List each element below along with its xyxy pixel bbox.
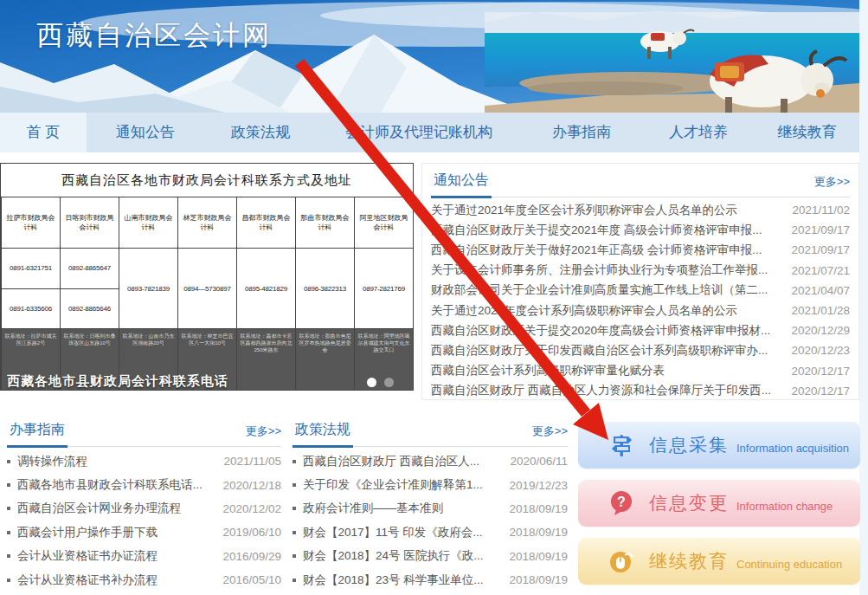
carousel-contact-table[interactable]: 西藏自治区各地市财政局会计科联系方式及地址 拉萨市财政局会计科 0891-632… [0, 159, 415, 398]
svg-text:?: ? [617, 495, 626, 509]
notice-list-item[interactable]: 关于通过2021年度全区会计系列职称评审会人员名单的公示 2021/11/02 [431, 200, 850, 220]
phone-number: 0892-8865646 [61, 288, 119, 329]
notice-date: 2021/09/17 [791, 223, 850, 236]
guide-list-item[interactable]: 西藏会计用户操作手册下载 2019/06/10 [7, 521, 281, 544]
nav-item-notices[interactable]: 通知公告 [87, 113, 204, 152]
policies-title[interactable]: 政策法规 [293, 421, 353, 448]
policy-list-item[interactable]: 财会【2018】23号 科学事业单位... 2018/09/19 [293, 568, 568, 592]
notices-more-link[interactable]: 更多>> [814, 174, 850, 197]
policy-item-date: 2019/12/23 [509, 479, 568, 492]
policies-panel: 政策法规 更多>> 西藏自治区财政厅 西藏自治区人... 2020/06/11 … [293, 413, 568, 595]
table-column-header: 拉萨市财政局会计科 [2, 197, 60, 249]
notices-panel: 通知公告 更多>> 关于通过2021年度全区会计系列职称评审会人员名单的公示 2… [421, 163, 859, 400]
notice-date: 2021/11/02 [792, 204, 850, 217]
guide-item-date: 2020/12/18 [222, 479, 281, 492]
table-column: 昌都市财政局会计科 0895-4821829 联系地址：昌都市卡若区昌都西路派出… [236, 197, 295, 390]
notice-list-item[interactable]: 关于通过2020年度会计系列高级职称评审会人员名单的公示 2021/01/28 [431, 301, 850, 320]
phone-number: 0893-7821839 [119, 249, 177, 328]
notices-title[interactable]: 通知公告 [431, 171, 492, 198]
signpost-icon [608, 431, 635, 459]
table-column-header: 林芝市财政局会计科 [178, 197, 236, 249]
notice-date: 2021/07/21 [791, 264, 850, 277]
policy-item-title: 财会【2018】23号 科学事业单位... [303, 572, 502, 588]
bullet-icon [7, 507, 10, 510]
info-change-button[interactable]: ? 信息变更 Information change [578, 480, 860, 527]
phone-number: 0891-6321751 [2, 249, 60, 288]
policy-item-date: 2018/09/19 [509, 502, 568, 515]
guide-item-title: 会计从业资格证书补办流程 [17, 572, 215, 588]
table-column-header: 那曲市财政局会计科 [296, 197, 354, 249]
policy-list-item[interactable]: 财会【2017】11号 印发《政府会... 2018/09/19 [293, 521, 568, 544]
policy-list-item[interactable]: 政府会计准则——基本准则 2018/09/19 [293, 497, 568, 521]
table-phone-cells: 0894—5730897 [178, 249, 236, 329]
table-phone-cells: 0891-6321751 0891-6335606 [2, 249, 60, 329]
policy-list-item[interactable]: 财会【2018】20号 中小学校执行... 2018/09/19 [293, 592, 568, 595]
quick-link-sublabel: Information change [736, 495, 833, 513]
policies-header: 政策法规 更多>> [293, 413, 568, 447]
policy-item-title: 政府会计准则——基本准则 [303, 501, 502, 516]
guide-item-date: 2019/06/10 [222, 526, 281, 539]
policy-item-title: 关于印发《企业会计准则解释第1... [303, 477, 502, 493]
notice-title: 西藏自治区会计系列高级职称评审量化赋分表 [431, 363, 784, 378]
notice-list-item[interactable]: 西藏自治区会计系列高级职称评审量化赋分表 2020/12/17 [431, 361, 850, 381]
carousel-dot[interactable] [384, 378, 394, 387]
notice-title: 西藏自治区财政厅关于提交2021年度 高级会计师资格评审申报... [431, 223, 784, 238]
notice-list-item[interactable]: 西藏自治区财政厅关于印发西藏自治区会计系列高级职称评审办... 2020/12/… [431, 340, 850, 360]
nav-item-accountants[interactable]: 会计师及代理记账机构 [317, 113, 521, 152]
guide-list-item[interactable]: 西藏自治区会计网业务办理流程 2020/12/02 [7, 497, 281, 521]
info-acquisition-button[interactable]: 信息采集 Information acquisition [578, 422, 860, 469]
policy-list-item[interactable]: 财会【2018】24号 医院执行《政... 2018/09/19 [293, 545, 568, 568]
nav-item-education[interactable]: 继续教育 [755, 113, 859, 152]
continuing-education-button[interactable]: 继续教育 Continuing education [578, 538, 860, 585]
policy-list-item[interactable]: 西藏自治区财政厅 西藏自治区人... 2020/06/11 [293, 449, 568, 473]
notice-list-item[interactable]: 西藏自治区财政厅关于做好2021年正高级 会计师资格评审申报... 2021/0… [431, 240, 850, 260]
quick-links: 信息采集 Information acquisition ? 信息变更 Info… [578, 422, 860, 595]
notice-list-item[interactable]: 关于设立会计师事务所、注册会计师执业行为专项整治工作举报... 2021/07/… [431, 261, 850, 281]
quick-link-label: 继续教育 [649, 549, 729, 573]
bullet-icon [293, 460, 296, 463]
nav-item-policies[interactable]: 政策法规 [204, 113, 317, 152]
guide-list-item[interactable]: 会计从业资格证书补办流程 2016/05/10 [7, 568, 281, 592]
bullet-icon [7, 483, 10, 487]
contact-table-title: 西藏自治区各地市财政局会计科联系方式及地址 [1, 164, 413, 197]
guide-title[interactable]: 办事指南 [7, 421, 68, 448]
notice-list-item[interactable]: 西藏自治区财政厅关于提交2021年度 高级会计师资格评审申报... 2021/0… [431, 220, 850, 240]
contact-table-columns: 拉萨市财政局会计科 0891-6321751 0891-6335606 联系地址… [1, 197, 413, 390]
policies-more-link[interactable]: 更多>> [532, 424, 568, 446]
table-column: 日喀则市财政局会计科 0892-8865647 0892-8865646 联系地… [60, 197, 119, 390]
nav-item-home[interactable]: 首 页 [0, 113, 87, 152]
guide-item-title: 西藏各地市县财政会计科联系电话... [17, 477, 215, 493]
table-column: 阿里地区财政局会计科 0897-2821769 联系地址：阿里地区噶尔县城建大街… [354, 197, 413, 390]
nav-item-guide[interactable]: 办事指南 [521, 113, 642, 152]
question-icon: ? [608, 489, 635, 517]
policy-list-item[interactable]: 关于印发《企业会计准则解释第1... 2019/12/23 [293, 473, 568, 496]
guide-list-item[interactable]: 会计从业资格证书办证流程 2016/09/29 [7, 545, 281, 568]
quick-link-label: 信息变更 [649, 491, 729, 515]
guide-item-date: 2016/09/29 [222, 550, 281, 563]
guide-list-item[interactable]: 北京国家会计学院远程教育网继续... 2016/05/09 [7, 592, 281, 595]
quick-link-label: 信息采集 [649, 433, 729, 457]
nav-item-talent[interactable]: 人才培养 [642, 113, 755, 152]
table-column: 拉萨市财政局会计科 0891-6321751 0891-6335606 联系地址… [1, 197, 60, 390]
notice-title: 西藏自治区财政厅关于印发西藏自治区会计系列高级职称评审办... [431, 343, 784, 359]
guide-panel: 办事指南 更多>> 调转操作流程 2021/11/05 西藏各地市县财政会计科联… [7, 413, 281, 595]
notice-date: 2020/12/23 [791, 344, 850, 357]
notice-list-item[interactable]: 西藏自治区财政厅 西藏自治区人力资源和社会保障厅关于印发西... 2020/12… [431, 381, 850, 401]
notice-list-item[interactable]: 西藏自治区财政厅关于提交2020年度高级会计师资格评审申报材... 2020/1… [431, 320, 850, 340]
guide-item-title: 会计从业资格证书办证流程 [17, 548, 215, 564]
notice-date: 2021/04/07 [791, 284, 850, 297]
guide-list-item[interactable]: 西藏各地市县财政会计科联系电话... 2020/12/18 [7, 473, 281, 496]
site-title: 西藏自治区会计网 [36, 17, 272, 54]
guide-more-link[interactable]: 更多>> [246, 424, 281, 446]
mouse-icon [608, 547, 635, 575]
page-right-gutter [859, 0, 868, 595]
notice-date: 2021/01/28 [791, 304, 850, 317]
notice-list-item[interactable]: 财政部会计司关于企业会计准则高质量实施工作线上培训（第二... 2021/04/… [431, 281, 850, 301]
carousel-dot[interactable] [367, 378, 376, 387]
table-column-header: 日喀则市财政局会计科 [61, 197, 119, 249]
policy-item-title: 西藏自治区财政厅 西藏自治区人... [303, 454, 503, 469]
guide-list-item[interactable]: 调转操作流程 2021/11/05 [7, 449, 281, 473]
notices-list: 关于通过2021年度全区会计系列职称评审会人员名单的公示 2021/11/02 … [431, 197, 850, 401]
table-address-cell: 联系地址：昌都市卡若区昌都西路派出所向北250米路东 [237, 329, 295, 390]
policy-item-date: 2020/06/11 [510, 455, 568, 468]
